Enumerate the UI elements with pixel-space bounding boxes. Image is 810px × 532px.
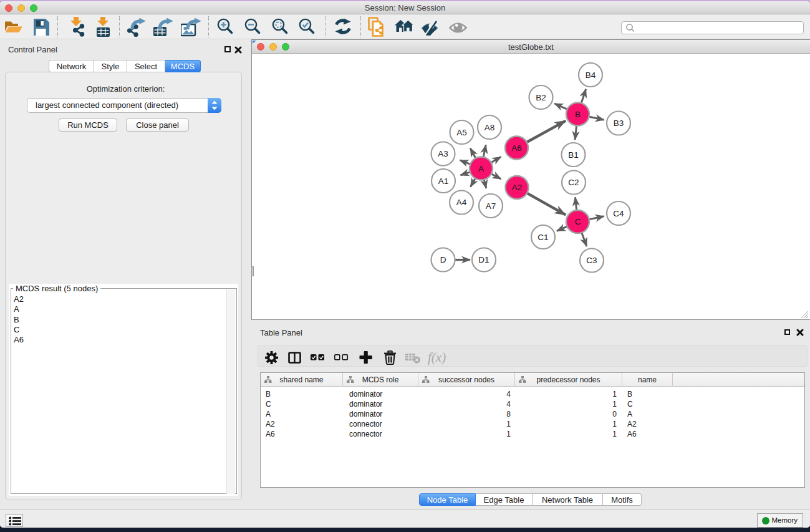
- svg-text:A7: A7: [486, 201, 496, 211]
- svg-text:B2: B2: [536, 93, 546, 102]
- svg-text:A2: A2: [512, 183, 523, 192]
- svg-text:D: D: [440, 255, 446, 264]
- svg-text:A8: A8: [485, 123, 495, 132]
- svg-text:B3: B3: [614, 118, 624, 128]
- svg-text:A3: A3: [438, 149, 448, 158]
- svg-text:C1: C1: [538, 233, 548, 242]
- svg-text:A4: A4: [456, 198, 467, 207]
- svg-text:A1: A1: [438, 177, 449, 186]
- svg-text:B1: B1: [568, 150, 579, 160]
- svg-text:B4: B4: [586, 70, 596, 80]
- svg-text:A6: A6: [511, 143, 522, 153]
- svg-text:D1: D1: [478, 255, 489, 264]
- svg-text:C4: C4: [613, 209, 624, 218]
- svg-text:B: B: [575, 110, 581, 119]
- svg-text:C: C: [575, 217, 581, 226]
- svg-text:A5: A5: [456, 128, 467, 137]
- svg-text:C2: C2: [568, 178, 579, 187]
- svg-text:A: A: [478, 164, 484, 173]
- svg-text:C3: C3: [586, 256, 597, 265]
